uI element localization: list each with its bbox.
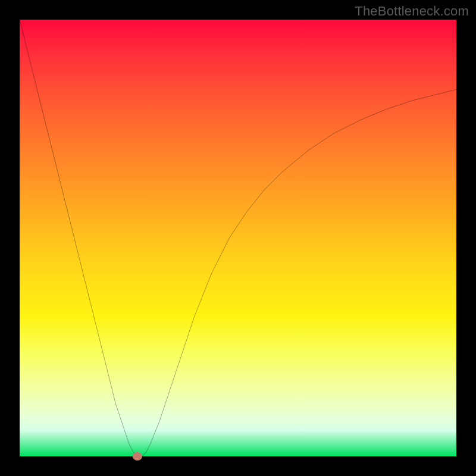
chart-frame: TheBottleneck.com [0, 0, 476, 476]
curve-path [20, 20, 456, 456]
bottleneck-curve [20, 20, 456, 456]
minimum-marker [133, 452, 142, 461]
watermark-text: TheBottleneck.com [355, 4, 469, 19]
